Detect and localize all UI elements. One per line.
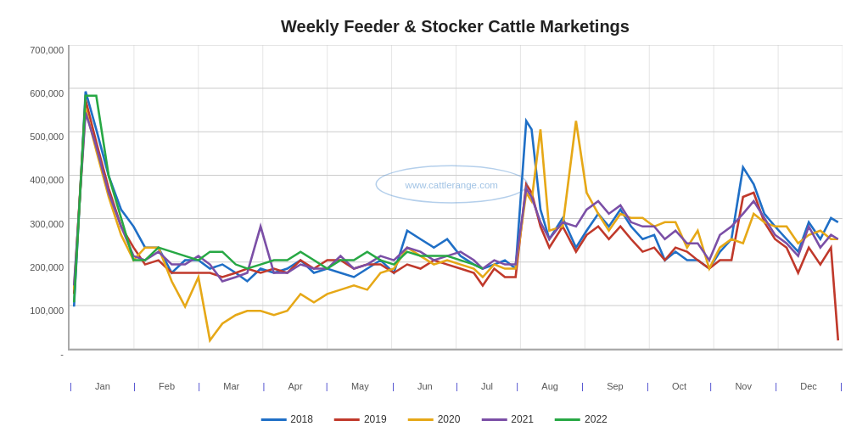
chart-area: www.cattlerange.com | Jan | Feb | Mar | … (68, 45, 843, 351)
x-tick-sep: | (647, 381, 649, 391)
x-tick-feb: | (198, 381, 200, 391)
legend-2020: 2020 (408, 413, 461, 425)
x-tick-mar: | (262, 381, 265, 391)
x-tick-aug: | (581, 381, 584, 391)
x-tick-jan: | (133, 381, 136, 391)
legend-label-2018: 2018 (290, 413, 313, 425)
x-month-may: May (351, 381, 369, 391)
legend: 2018 2019 2020 2021 2022 (260, 413, 608, 425)
legend-2021: 2021 (481, 413, 534, 425)
legend-label-2020: 2020 (438, 413, 461, 425)
legend-line-2018 (260, 418, 286, 421)
legend-2022: 2022 (555, 413, 608, 425)
legend-2019: 2019 (334, 413, 387, 425)
x-month-jun: Jun (417, 381, 433, 391)
y-label-100k: 100,000 (4, 306, 64, 316)
x-month-apr: Apr (288, 381, 303, 391)
x-month-dec: Dec (800, 381, 817, 391)
x-month-oct: Oct (672, 381, 686, 391)
y-label-200k: 200,000 (4, 262, 64, 272)
x-tick-nov: | (775, 381, 777, 391)
y-label-600k: 600,000 (4, 88, 64, 98)
x-month-feb: Feb (159, 381, 175, 391)
y-label-0: - (4, 349, 64, 359)
chart-svg: www.cattlerange.com (70, 45, 843, 349)
y-label-500k: 500,000 (4, 132, 64, 142)
legend-line-2021 (481, 418, 507, 421)
legend-line-2022 (555, 418, 580, 421)
x-month-aug: Aug (541, 381, 558, 391)
legend-label-2019: 2019 (364, 413, 387, 425)
y-label-400k: 400,000 (4, 175, 64, 185)
legend-label-2022: 2022 (585, 413, 608, 425)
legend-label-2021: 2021 (511, 413, 534, 425)
legend-line-2019 (334, 418, 360, 421)
x-tick-end: | (840, 381, 843, 391)
x-tick-jun: | (456, 381, 458, 391)
y-label-300k: 300,000 (4, 219, 64, 229)
legend-line-2020 (408, 418, 434, 421)
x-tick-apr: | (326, 381, 328, 391)
x-month-mar: Mar (223, 381, 239, 391)
y-axis: 700,000 600,000 500,000 400,000 300,000 … (4, 45, 64, 359)
x-tick-start: | (70, 381, 72, 391)
chart-title: Weekly Feeder & Stocker Cattle Marketing… (68, 17, 843, 36)
x-tick-jul: | (516, 381, 518, 391)
x-month-nov: Nov (735, 381, 752, 391)
x-month-jul: Jul (481, 381, 493, 391)
x-month-jan: Jan (95, 381, 110, 391)
x-tick-oct: | (709, 381, 712, 391)
legend-2018: 2018 (260, 413, 313, 425)
svg-text:www.cattlerange.com: www.cattlerange.com (405, 180, 498, 190)
x-month-sep: Sep (607, 381, 624, 391)
x-tick-may: | (392, 381, 395, 391)
chart-container: Weekly Feeder & Stocker Cattle Marketing… (0, 0, 868, 432)
y-label-700k: 700,000 (4, 45, 64, 55)
